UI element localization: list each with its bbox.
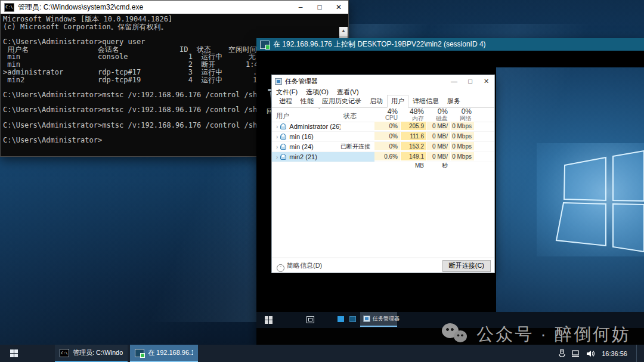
taskmgr-titlebar[interactable]: 任务管理器 — □ ✕ bbox=[272, 75, 494, 87]
memory-cell: 111.6 MB bbox=[401, 132, 426, 141]
chevron-up-circle-icon: ˆ bbox=[277, 264, 284, 272]
remote-taskbar-taskmgr-button[interactable]: 任务管理器 bbox=[360, 312, 397, 327]
column-header-user[interactable]: 用户 bbox=[276, 112, 289, 120]
network-icon[interactable] bbox=[571, 349, 581, 358]
console-line bbox=[3, 114, 289, 122]
user-icon bbox=[280, 154, 286, 160]
usb-icon[interactable] bbox=[558, 349, 566, 358]
column-header-status[interactable]: 状态 bbox=[343, 112, 357, 120]
task-manager-icon bbox=[363, 315, 370, 322]
show-desktop-button[interactable] bbox=[636, 345, 639, 362]
task-view-icon[interactable] bbox=[306, 316, 314, 323]
table-row[interactable]: ›min (24) 已断开连接 0% 153.2 MB 0 MB/秒 0 Mbp… bbox=[272, 142, 494, 152]
taskmgr-column-headers: ˆ 用户 状态 4% CPU 48% 内存 0% 磁盘 0% 网络 bbox=[272, 107, 494, 122]
table-row[interactable]: ›min (16) 0% 111.6 MB 0 MB/秒 0 Mbps bbox=[272, 132, 494, 142]
user-icon bbox=[280, 123, 286, 129]
tab[interactable]: 详细信息 bbox=[408, 95, 443, 108]
console-line: >administrator rdp-tcp#17 3 运行中 . 20 bbox=[3, 69, 289, 76]
remote-screen-top-strip bbox=[256, 51, 644, 67]
cpu-cell: 0% bbox=[374, 142, 400, 151]
user-rows: ›Administrator (26) 0% 205.9 MB 0 MB/秒 0… bbox=[272, 122, 494, 162]
column-header-disk[interactable]: 0% 磁盘 bbox=[427, 107, 450, 122]
user-icon bbox=[280, 134, 286, 140]
column-header-cpu[interactable]: 4% CPU bbox=[374, 107, 400, 122]
disk-cell: 0 MB/秒 bbox=[427, 122, 450, 131]
cpu-cell: 0.6% bbox=[374, 152, 400, 161]
rdp-connection-icon bbox=[260, 41, 270, 49]
network-cell: 0 Mbps bbox=[451, 142, 474, 151]
network-cell: 0 Mbps bbox=[451, 122, 474, 131]
console-line: C:\Users\Administrator>mstsc /v:192.168.… bbox=[3, 91, 289, 99]
tab[interactable]: 应用历史记录 bbox=[318, 95, 366, 108]
cpu-cell: 0% bbox=[374, 132, 400, 141]
status-cell: 已断开连接 bbox=[340, 142, 374, 151]
remote-start-button[interactable] bbox=[265, 316, 273, 324]
scroll-up-arrow[interactable]: ▲ bbox=[339, 27, 348, 35]
host-taskbar: C:\ 管理员: C:\Windows... 在 192.168.96.176 … bbox=[0, 345, 644, 362]
console-line: (c) Microsoft Corporation。保留所有权利。 bbox=[3, 23, 289, 31]
taskbar-button-cmd[interactable]: C:\ 管理员: C:\Windows... bbox=[55, 345, 128, 362]
task-manager-icon bbox=[275, 78, 282, 85]
taskmgr-button-label: 任务管理器 bbox=[373, 315, 400, 323]
maximize-button[interactable]: □ bbox=[310, 1, 329, 14]
console-line: C:\Users\Administrator> bbox=[3, 137, 289, 144]
close-button[interactable]: ✕ bbox=[329, 1, 348, 14]
cmd-icon: C:\ bbox=[60, 349, 69, 357]
status-cell bbox=[340, 152, 374, 162]
wechat-icon bbox=[442, 323, 470, 346]
disk-cell: 0 MB/秒 bbox=[427, 152, 450, 161]
tab[interactable]: 启动 bbox=[366, 95, 387, 108]
minimize-button[interactable]: – bbox=[291, 1, 310, 14]
remote-taskbar-app-icon[interactable] bbox=[338, 316, 344, 322]
cpu-cell: 0% bbox=[374, 122, 400, 131]
desktop: Microsoft Windows [版本 10.0.19044.1826](c… bbox=[0, 0, 644, 362]
tab[interactable]: 性能 bbox=[296, 95, 318, 108]
system-tray: 16:36:56 bbox=[558, 345, 644, 362]
column-header-memory[interactable]: 48% 内存 bbox=[401, 107, 426, 122]
maximize-button[interactable]: □ bbox=[462, 75, 478, 87]
volume-icon[interactable] bbox=[586, 349, 595, 358]
watermark-text: 公众号 · 醉倒何妨 bbox=[476, 323, 631, 346]
sort-ascending-icon[interactable]: ˆ bbox=[318, 107, 320, 113]
remote-taskbar-app2-icon[interactable] bbox=[349, 316, 356, 322]
taskbar-button-label: 管理员: C:\Windows... bbox=[73, 348, 123, 357]
disk-cell: 0 MB/秒 bbox=[427, 132, 450, 141]
minimize-button[interactable]: — bbox=[446, 75, 462, 87]
taskbar-clock[interactable]: 16:36:56 bbox=[602, 350, 627, 357]
console-line: C:\Users\Administrator>mstsc /v:192.168.… bbox=[3, 106, 289, 114]
status-cell bbox=[340, 132, 374, 141]
table-row[interactable]: ›Administrator (26) 0% 205.9 MB 0 MB/秒 0… bbox=[272, 122, 494, 132]
memory-cell: 153.2 MB bbox=[401, 142, 426, 151]
tab[interactable]: 用户 bbox=[387, 95, 408, 108]
start-button[interactable] bbox=[0, 345, 27, 362]
network-cell: 0 Mbps bbox=[451, 152, 474, 161]
console-line: C:\Users\Administrator>mstsc /v:192.168.… bbox=[3, 122, 289, 129]
console-line: C:\Users\Administrator>query user bbox=[3, 38, 289, 46]
memory-cell: 205.9 MB bbox=[401, 122, 426, 131]
tab[interactable]: 进程 bbox=[275, 95, 296, 108]
network-cell: 0 Mbps bbox=[451, 132, 474, 141]
taskmgr-tabs: 进程性能应用历史记录启动用户详细信息服务 bbox=[272, 97, 494, 108]
fewer-details-toggle[interactable]: ˆ简略信息(D) bbox=[277, 261, 322, 272]
disconnect-button[interactable]: 断开连接(C) bbox=[442, 260, 491, 272]
taskbar-button-rdp[interactable]: 在 192.168.96.176 ... bbox=[130, 345, 198, 362]
taskmgr-title: 任务管理器 bbox=[285, 77, 318, 86]
user-icon bbox=[280, 144, 286, 150]
tab[interactable]: 服务 bbox=[443, 95, 465, 108]
cmd-window-title: 管理员: C:\Windows\system32\cmd.exe bbox=[18, 2, 143, 13]
disk-cell: 0 MB/秒 bbox=[427, 142, 450, 151]
close-button[interactable]: ✕ bbox=[478, 75, 494, 87]
column-header-network[interactable]: 0% 网络 bbox=[451, 107, 474, 122]
cmd-titlebar[interactable]: C:\ 管理员: C:\Windows\system32\cmd.exe – □… bbox=[1, 1, 348, 14]
status-cell bbox=[340, 122, 374, 131]
chevron-right-icon[interactable]: › bbox=[276, 123, 278, 130]
chevron-right-icon[interactable]: › bbox=[276, 154, 278, 160]
rdp-titlebar[interactable]: 在 192.168.96.176 上控制 DESKTOP-19BPV22\min… bbox=[256, 38, 644, 51]
chevron-right-icon[interactable]: › bbox=[276, 134, 278, 140]
memory-cell: 149.1 MB bbox=[401, 152, 426, 161]
chevron-right-icon[interactable]: › bbox=[276, 144, 278, 150]
table-row[interactable]: ›min2 (21) 0.6% 149.1 MB 0 MB/秒 0 Mbps bbox=[272, 152, 494, 162]
watermark: 公众号 · 醉倒何妨 bbox=[442, 323, 631, 346]
console-output: Microsoft Windows [版本 10.0.19044.1826](c… bbox=[3, 16, 289, 144]
console-line: min2 rdp-tcp#19 4 运行中 1 20 bbox=[3, 76, 289, 84]
